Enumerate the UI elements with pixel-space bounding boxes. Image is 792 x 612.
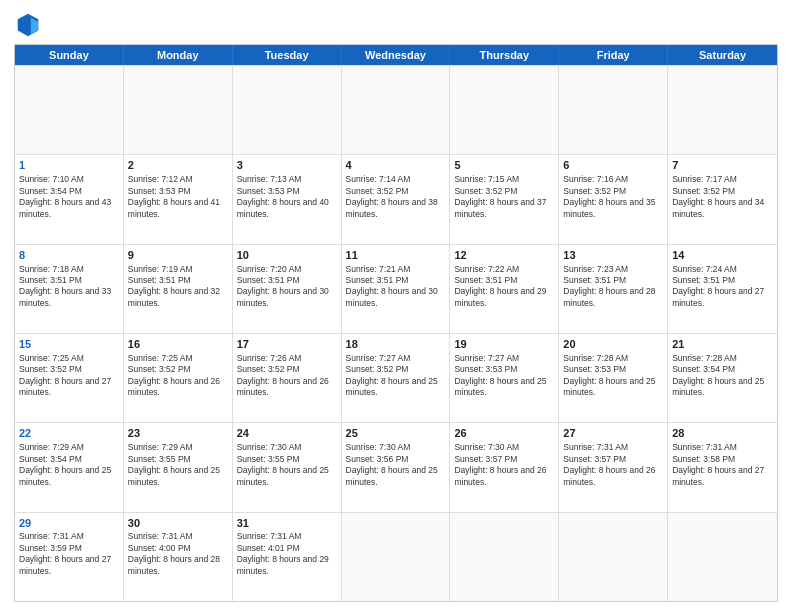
day-cell-24: 24Sunrise: 7:30 AMSunset: 3:55 PMDayligh…: [233, 423, 342, 511]
day-number: 19: [454, 337, 554, 352]
empty-cell: [342, 513, 451, 601]
day-info: Sunrise: 7:25 AMSunset: 3:52 PMDaylight:…: [19, 353, 111, 397]
day-number: 7: [672, 158, 773, 173]
day-number: 10: [237, 248, 337, 263]
day-cell-14: 14Sunrise: 7:24 AMSunset: 3:51 PMDayligh…: [668, 245, 777, 333]
day-number: 30: [128, 516, 228, 531]
day-cell-10: 10Sunrise: 7:20 AMSunset: 3:51 PMDayligh…: [233, 245, 342, 333]
day-number: 20: [563, 337, 663, 352]
day-cell-13: 13Sunrise: 7:23 AMSunset: 3:51 PMDayligh…: [559, 245, 668, 333]
page: SundayMondayTuesdayWednesdayThursdayFrid…: [0, 0, 792, 612]
weekday-header-wednesday: Wednesday: [342, 45, 451, 65]
day-number: 31: [237, 516, 337, 531]
day-info: Sunrise: 7:23 AMSunset: 3:51 PMDaylight:…: [563, 264, 655, 308]
day-info: Sunrise: 7:30 AMSunset: 3:57 PMDaylight:…: [454, 442, 546, 486]
day-number: 11: [346, 248, 446, 263]
day-info: Sunrise: 7:21 AMSunset: 3:51 PMDaylight:…: [346, 264, 438, 308]
day-number: 2: [128, 158, 228, 173]
day-number: 1: [19, 158, 119, 173]
day-info: Sunrise: 7:28 AMSunset: 3:54 PMDaylight:…: [672, 353, 764, 397]
day-info: Sunrise: 7:31 AMSunset: 4:00 PMDaylight:…: [128, 531, 220, 575]
day-number: 28: [672, 426, 773, 441]
weekday-header-saturday: Saturday: [668, 45, 777, 65]
day-number: 25: [346, 426, 446, 441]
day-number: 22: [19, 426, 119, 441]
day-number: 6: [563, 158, 663, 173]
calendar-row-5: 29Sunrise: 7:31 AMSunset: 3:59 PMDayligh…: [15, 512, 777, 601]
calendar-body: 1Sunrise: 7:10 AMSunset: 3:54 PMDaylight…: [15, 65, 777, 601]
day-number: 15: [19, 337, 119, 352]
calendar-row-0: [15, 65, 777, 154]
day-info: Sunrise: 7:30 AMSunset: 3:56 PMDaylight:…: [346, 442, 438, 486]
empty-cell: [15, 66, 124, 154]
day-info: Sunrise: 7:29 AMSunset: 3:55 PMDaylight:…: [128, 442, 220, 486]
day-cell-8: 8Sunrise: 7:18 AMSunset: 3:51 PMDaylight…: [15, 245, 124, 333]
day-info: Sunrise: 7:18 AMSunset: 3:51 PMDaylight:…: [19, 264, 111, 308]
logo-icon: [14, 10, 42, 38]
weekday-header-sunday: Sunday: [15, 45, 124, 65]
day-number: 18: [346, 337, 446, 352]
day-info: Sunrise: 7:31 AMSunset: 4:01 PMDaylight:…: [237, 531, 329, 575]
day-cell-1: 1Sunrise: 7:10 AMSunset: 3:54 PMDaylight…: [15, 155, 124, 243]
day-cell-18: 18Sunrise: 7:27 AMSunset: 3:52 PMDayligh…: [342, 334, 451, 422]
day-info: Sunrise: 7:30 AMSunset: 3:55 PMDaylight:…: [237, 442, 329, 486]
calendar-row-1: 1Sunrise: 7:10 AMSunset: 3:54 PMDaylight…: [15, 154, 777, 243]
empty-cell: [233, 66, 342, 154]
day-number: 24: [237, 426, 337, 441]
header: [14, 10, 778, 38]
weekday-header-friday: Friday: [559, 45, 668, 65]
day-cell-20: 20Sunrise: 7:28 AMSunset: 3:53 PMDayligh…: [559, 334, 668, 422]
day-cell-19: 19Sunrise: 7:27 AMSunset: 3:53 PMDayligh…: [450, 334, 559, 422]
day-info: Sunrise: 7:27 AMSunset: 3:53 PMDaylight:…: [454, 353, 546, 397]
day-number: 23: [128, 426, 228, 441]
day-cell-11: 11Sunrise: 7:21 AMSunset: 3:51 PMDayligh…: [342, 245, 451, 333]
day-info: Sunrise: 7:15 AMSunset: 3:52 PMDaylight:…: [454, 174, 546, 218]
logo: [14, 10, 46, 38]
empty-cell: [450, 513, 559, 601]
day-cell-26: 26Sunrise: 7:30 AMSunset: 3:57 PMDayligh…: [450, 423, 559, 511]
day-info: Sunrise: 7:31 AMSunset: 3:58 PMDaylight:…: [672, 442, 764, 486]
day-number: 16: [128, 337, 228, 352]
day-cell-4: 4Sunrise: 7:14 AMSunset: 3:52 PMDaylight…: [342, 155, 451, 243]
calendar: SundayMondayTuesdayWednesdayThursdayFrid…: [14, 44, 778, 602]
day-cell-28: 28Sunrise: 7:31 AMSunset: 3:58 PMDayligh…: [668, 423, 777, 511]
day-info: Sunrise: 7:20 AMSunset: 3:51 PMDaylight:…: [237, 264, 329, 308]
day-info: Sunrise: 7:24 AMSunset: 3:51 PMDaylight:…: [672, 264, 764, 308]
day-cell-16: 16Sunrise: 7:25 AMSunset: 3:52 PMDayligh…: [124, 334, 233, 422]
day-info: Sunrise: 7:10 AMSunset: 3:54 PMDaylight:…: [19, 174, 111, 218]
day-cell-22: 22Sunrise: 7:29 AMSunset: 3:54 PMDayligh…: [15, 423, 124, 511]
day-cell-21: 21Sunrise: 7:28 AMSunset: 3:54 PMDayligh…: [668, 334, 777, 422]
day-cell-25: 25Sunrise: 7:30 AMSunset: 3:56 PMDayligh…: [342, 423, 451, 511]
day-cell-27: 27Sunrise: 7:31 AMSunset: 3:57 PMDayligh…: [559, 423, 668, 511]
day-info: Sunrise: 7:17 AMSunset: 3:52 PMDaylight:…: [672, 174, 764, 218]
day-number: 14: [672, 248, 773, 263]
day-info: Sunrise: 7:14 AMSunset: 3:52 PMDaylight:…: [346, 174, 438, 218]
empty-cell: [559, 66, 668, 154]
calendar-row-4: 22Sunrise: 7:29 AMSunset: 3:54 PMDayligh…: [15, 422, 777, 511]
day-cell-17: 17Sunrise: 7:26 AMSunset: 3:52 PMDayligh…: [233, 334, 342, 422]
day-cell-29: 29Sunrise: 7:31 AMSunset: 3:59 PMDayligh…: [15, 513, 124, 601]
day-info: Sunrise: 7:29 AMSunset: 3:54 PMDaylight:…: [19, 442, 111, 486]
day-cell-9: 9Sunrise: 7:19 AMSunset: 3:51 PMDaylight…: [124, 245, 233, 333]
day-info: Sunrise: 7:22 AMSunset: 3:51 PMDaylight:…: [454, 264, 546, 308]
day-cell-31: 31Sunrise: 7:31 AMSunset: 4:01 PMDayligh…: [233, 513, 342, 601]
day-number: 27: [563, 426, 663, 441]
day-number: 12: [454, 248, 554, 263]
day-number: 17: [237, 337, 337, 352]
empty-cell: [450, 66, 559, 154]
empty-cell: [668, 66, 777, 154]
weekday-header-thursday: Thursday: [450, 45, 559, 65]
empty-cell: [668, 513, 777, 601]
day-cell-5: 5Sunrise: 7:15 AMSunset: 3:52 PMDaylight…: [450, 155, 559, 243]
calendar-row-3: 15Sunrise: 7:25 AMSunset: 3:52 PMDayligh…: [15, 333, 777, 422]
day-info: Sunrise: 7:26 AMSunset: 3:52 PMDaylight:…: [237, 353, 329, 397]
day-cell-15: 15Sunrise: 7:25 AMSunset: 3:52 PMDayligh…: [15, 334, 124, 422]
day-number: 13: [563, 248, 663, 263]
day-number: 21: [672, 337, 773, 352]
day-number: 3: [237, 158, 337, 173]
empty-cell: [342, 66, 451, 154]
day-info: Sunrise: 7:19 AMSunset: 3:51 PMDaylight:…: [128, 264, 220, 308]
day-info: Sunrise: 7:13 AMSunset: 3:53 PMDaylight:…: [237, 174, 329, 218]
day-info: Sunrise: 7:31 AMSunset: 3:59 PMDaylight:…: [19, 531, 111, 575]
day-number: 8: [19, 248, 119, 263]
